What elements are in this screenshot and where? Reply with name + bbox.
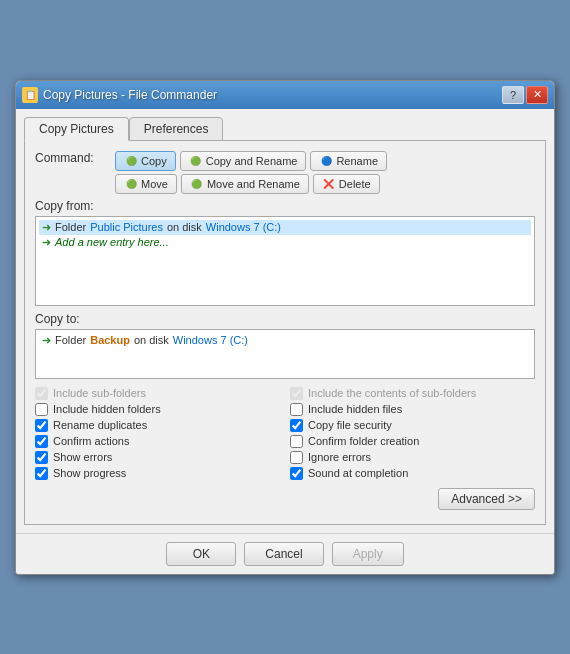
include-sub-checkbox[interactable] [35,387,48,400]
folder-label: Folder [55,221,86,233]
close-button[interactable]: ✕ [526,86,548,104]
backup-folder-name: Backup [90,334,130,346]
move-icon: 🟢 [124,177,138,191]
checkboxes-section: Include sub-folders Include the contents… [35,387,535,480]
checkbox-include-hidden-folders: Include hidden folders [35,403,280,416]
cmd-copy-rename-button[interactable]: 🟢 Copy and Rename [180,151,307,171]
title-left: 📋 Copy Pictures - File Commander [22,87,217,103]
cmd-copy-button[interactable]: 🟢 Copy [115,151,176,171]
sound-at-completion-checkbox[interactable] [290,467,303,480]
move-rename-icon: 🟢 [190,177,204,191]
command-label: Command: [35,151,115,165]
ok-button[interactable]: OK [166,542,236,566]
tab-preferences[interactable]: Preferences [129,117,224,141]
command-row: Command: 🟢 Copy 🟢 Copy and Rename 🔵 [35,151,535,194]
main-content: Copy Pictures Preferences Command: 🟢 Cop… [16,109,554,533]
command-buttons: 🟢 Copy 🟢 Copy and Rename 🔵 Rename [115,151,387,194]
cmd-delete-button[interactable]: ❌ Delete [313,174,380,194]
copy-to-list[interactable]: ➜ Folder Backup on disk Windows 7 (C:) [35,329,535,379]
copy-rename-icon: 🟢 [189,154,203,168]
copy-from-list[interactable]: ➜ Folder Public Pictures on disk Windows… [35,216,535,306]
add-new-entry[interactable]: ➜ Add a new entry here... [39,235,531,250]
folder-label-2: Folder [55,334,86,346]
confirm-actions-checkbox[interactable] [35,435,48,448]
checkbox-show-errors: Show errors [35,451,280,464]
delete-icon: ❌ [322,177,336,191]
include-contents-checkbox[interactable] [290,387,303,400]
dialog-footer: OK Cancel Apply [16,533,554,574]
command-row1: 🟢 Copy 🟢 Copy and Rename 🔵 Rename [115,151,387,171]
apply-button[interactable]: Apply [332,542,404,566]
add-entry-text: Add a new entry here... [55,236,169,248]
window-icon: 📋 [22,87,38,103]
checkbox-confirm-actions: Confirm actions [35,435,280,448]
checkbox-show-progress: Show progress [35,467,280,480]
folder-name: Public Pictures [90,221,163,233]
confirm-folder-creation-checkbox[interactable] [290,435,303,448]
tabs: Copy Pictures Preferences [24,117,546,141]
show-errors-checkbox[interactable] [35,451,48,464]
checkbox-include-sub: Include sub-folders [35,387,280,400]
include-hidden-files-checkbox[interactable] [290,403,303,416]
copy-file-security-checkbox[interactable] [290,419,303,432]
window-title: Copy Pictures - File Commander [43,88,217,102]
checkbox-sound-at-completion: Sound at completion [290,467,535,480]
tab-copy-pictures[interactable]: Copy Pictures [24,117,129,141]
cancel-button[interactable]: Cancel [244,542,323,566]
copy-to-label: Copy to: [35,312,535,326]
command-row2: 🟢 Move 🟢 Move and Rename ❌ Delete [115,174,387,194]
help-button[interactable]: ? [502,86,524,104]
arrow-icon: ➜ [42,221,51,234]
on-disk-text-2: on disk [134,334,169,346]
show-progress-checkbox[interactable] [35,467,48,480]
copy-icon: 🟢 [124,154,138,168]
checkbox-include-contents: Include the contents of sub-folders [290,387,535,400]
rename-icon: 🔵 [319,154,333,168]
disk-name-2: Windows 7 (C:) [173,334,248,346]
copy-to-item[interactable]: ➜ Folder Backup on disk Windows 7 (C:) [39,333,531,348]
checkbox-confirm-folder-creation: Confirm folder creation [290,435,535,448]
checkbox-copy-file-security: Copy file security [290,419,535,432]
disk-name: Windows 7 (C:) [206,221,281,233]
cmd-rename-button[interactable]: 🔵 Rename [310,151,387,171]
title-buttons: ? ✕ [502,86,548,104]
tab-content: Command: 🟢 Copy 🟢 Copy and Rename 🔵 [24,140,546,525]
arrow-icon-3: ➜ [42,334,51,347]
rename-duplicates-checkbox[interactable] [35,419,48,432]
main-window: 📋 Copy Pictures - File Commander ? ✕ Cop… [15,80,555,575]
copy-from-label: Copy from: [35,199,535,213]
ignore-errors-checkbox[interactable] [290,451,303,464]
cmd-move-button[interactable]: 🟢 Move [115,174,177,194]
on-disk-text: on disk [167,221,202,233]
checkbox-ignore-errors: Ignore errors [290,451,535,464]
bottom-btn-row: Advanced >> [35,488,535,510]
arrow-icon-2: ➜ [42,236,51,249]
checkbox-include-hidden-files: Include hidden files [290,403,535,416]
checkbox-rename-duplicates: Rename duplicates [35,419,280,432]
advanced-button[interactable]: Advanced >> [438,488,535,510]
cmd-move-rename-button[interactable]: 🟢 Move and Rename [181,174,309,194]
list-item[interactable]: ➜ Folder Public Pictures on disk Windows… [39,220,531,235]
title-bar: 📋 Copy Pictures - File Commander ? ✕ [16,81,554,109]
include-hidden-folders-checkbox[interactable] [35,403,48,416]
